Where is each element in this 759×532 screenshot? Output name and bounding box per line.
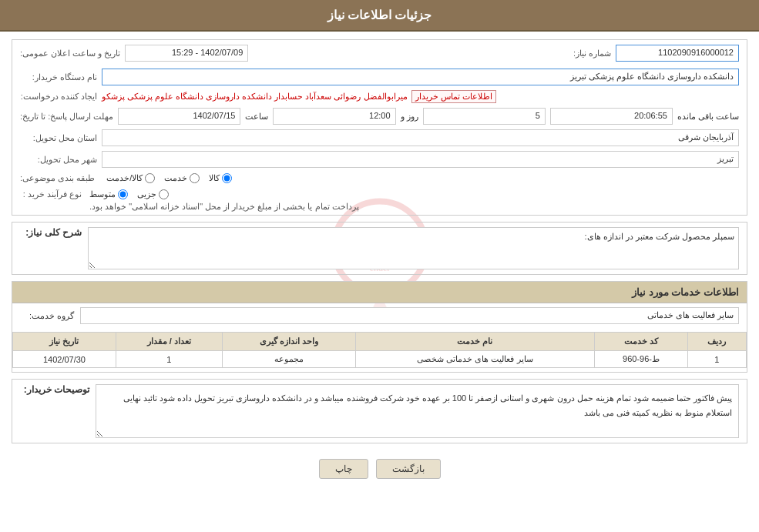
category-row: طبقه بندی موضوعی: کالا/خدمت خدمت کالا [12,170,747,186]
service-group-value: سایر فعالیت های خدماتی [80,307,739,324]
city-value: تبریز [102,151,739,168]
services-section-title: اطلاعات خدمات مورد نیاز [12,282,747,303]
col-header-code: کد خدمت [595,333,688,351]
category-radio-service[interactable] [190,173,200,183]
remaining-time: 20:06:55 [550,108,673,125]
notes-label: توصیحات خریدار: [20,384,89,395]
purchase-type-desc: پرداخت تمام یا بخشی از مبلغ خریدار از مح… [89,202,359,212]
cell-unit: مجموعه [222,351,355,368]
city-label: شهر محل تحویل: [20,155,97,165]
cell-qty: 1 [116,351,222,368]
button-row: بازگشت چاپ [12,450,747,488]
content-area: شماره نیاز: 1102090916000012 تاریخ و ساع… [12,39,747,488]
page-wrapper: جزئیات اطلاعات نیاز AnaT ender شماره نیا… [0,0,759,532]
col-header-row-num: ردیف [687,333,746,351]
response-time: 12:00 [273,108,395,125]
category-option-goods[interactable]: کالا [209,173,232,183]
purchase-type-radios: متوسط جزیی [89,189,169,199]
creator-link[interactable]: میرابوالفضل رضوائی سعدآباد حسابدار دانشک… [102,92,408,102]
notes-section: توصیحات خریدار: پیش فاکتور حتما ضمیمه شو… [12,379,747,443]
purchase-type-small[interactable]: جزیی [137,189,169,199]
print-button[interactable]: چاپ [319,459,368,479]
category-option-goods-services[interactable]: کالا/خدمت [106,173,155,183]
category-option-service-label: خدمت [164,173,187,183]
need-number-value: 1102090916000012 [616,45,739,62]
page-header: جزئیات اطلاعات نیاز [0,0,759,32]
services-section: اطلاعات خدمات مورد نیاز گروه خدمت: سایر … [12,281,747,373]
response-date: 1402/07/15 [118,108,240,125]
purchase-radio-small[interactable] [159,189,169,199]
service-group-row: گروه خدمت: سایر فعالیت های خدماتی [12,303,747,328]
category-radio-goods[interactable] [222,173,232,183]
col-header-qty: تعداد / مقدار [116,333,222,351]
cell-row-num: 1 [687,351,746,368]
response-deadline-label: مهلت ارسال پاسخ: تا تاریخ: [20,112,113,122]
need-number-label: شماره نیاز: [534,49,611,59]
need-desc-section: شرح کلی نیاز: سمپلر محصول شرکت معتبر در … [12,222,747,275]
contact-link[interactable]: اطلاعات تماس خریدار [411,90,496,103]
top-info-section: شماره نیاز: 1102090916000012 تاریخ و ساع… [12,39,747,216]
creator-label: ایجاد کننده درخواست: [20,92,97,102]
province-value: آذربایجان شرقی [102,129,739,146]
notes-value: پیش فاکتور حتما ضمیمه شود تمام هزینه حمل… [96,384,739,438]
category-option-service[interactable]: خدمت [164,173,200,183]
purchase-type-small-label: جزیی [137,189,156,199]
purchase-radio-medium[interactable] [118,189,128,199]
need-desc-label: شرح کلی نیاز: [20,227,82,238]
purchase-type-medium-label: متوسط [89,189,116,199]
province-label: استان محل تحویل: [20,133,97,143]
purchase-type-content: متوسط جزیی پرداخت تمام یا بخشی از مبلغ خ… [89,189,359,212]
buyer-org-label: نام دستگاه خریدار: [20,72,97,82]
main-content: AnaT ender شماره نیاز: 1102090916000012 … [0,32,759,496]
buyer-org-value: دانشکده داروسازی دانشگاه علوم پزشکی تبری… [102,69,739,85]
purchase-type-medium[interactable]: متوسط [89,189,128,199]
remaining-suffix: ساعت باقی مانده [677,112,739,122]
table-header-row: ردیف کد خدمت نام خدمت واحد اندازه گیری ت… [13,333,747,351]
category-option-goods-services-label: کالا/خدمت [106,173,143,183]
announce-date-label: تاریخ و ساعت اعلان عمومی: [20,49,120,59]
col-header-name: نام خدمت [355,333,595,351]
cell-date: 1402/07/30 [13,351,116,368]
announce-date-value: 1402/07/09 - 15:29 [125,45,248,62]
back-button[interactable]: بازگشت [376,459,441,479]
cell-name: سایر فعالیت های خدماتی شخصی [355,351,595,368]
col-header-unit: واحد اندازه گیری [222,333,355,351]
service-group-label: گروه خدمت: [20,311,74,321]
services-table: ردیف کد خدمت نام خدمت واحد اندازه گیری ت… [12,332,747,368]
remaining-days: 5 [423,108,546,125]
purchase-type-row: نوع فرآیند خرید : متوسط جزیی [12,186,747,215]
col-header-date: تاریخ نیاز [13,333,116,351]
category-label: طبقه بندی موضوعی: [20,173,95,183]
response-time-label: ساعت [245,112,268,122]
category-radio-goods-services[interactable] [145,173,155,183]
page-title: جزئیات اطلاعات نیاز [327,8,432,22]
cell-code: ط-96-960 [595,351,688,368]
category-option-goods-label: کالا [209,173,220,183]
purchase-type-label: نوع فرآیند خرید : [20,189,82,199]
table-row: 1 ط-96-960 سایر فعالیت های خدماتی شخصی م… [13,351,747,368]
category-radio-group: کالا/خدمت خدمت کالا [106,173,232,183]
remaining-days-label: روز و [401,112,418,122]
need-desc-value: سمپلر محصول شرکت معتبر در اندازه های: [88,227,739,269]
